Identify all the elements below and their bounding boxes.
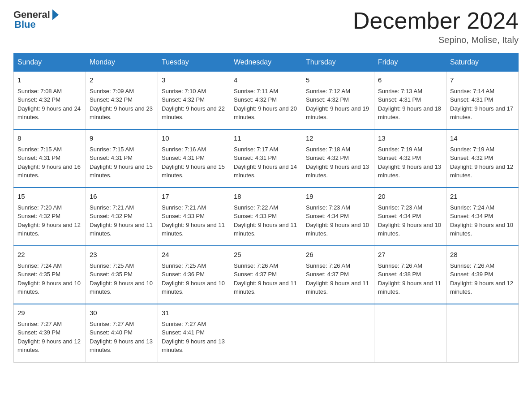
day-number: 26 <box>306 250 370 260</box>
logo: General Blue <box>13 9 59 30</box>
location: Sepino, Molise, Italy <box>353 35 519 45</box>
day-info: Sunrise: 7:25 AMSunset: 4:36 PMDaylight:… <box>162 261 226 296</box>
weekday-header-wednesday: Wednesday <box>230 54 302 72</box>
calendar-cell: 12Sunrise: 7:18 AMSunset: 4:32 PMDayligh… <box>302 129 374 188</box>
day-info: Sunrise: 7:21 AMSunset: 4:33 PMDaylight:… <box>162 203 226 238</box>
day-number: 27 <box>378 250 442 260</box>
day-number: 28 <box>450 250 515 260</box>
calendar-cell: 14Sunrise: 7:19 AMSunset: 4:32 PMDayligh… <box>446 129 519 188</box>
weekday-header-thursday: Thursday <box>302 54 374 72</box>
day-info: Sunrise: 7:26 AMSunset: 4:37 PMDaylight:… <box>306 261 370 296</box>
day-info: Sunrise: 7:24 AMSunset: 4:35 PMDaylight:… <box>17 261 82 296</box>
weekday-header-tuesday: Tuesday <box>158 54 230 72</box>
logo-arrow-icon <box>52 9 59 20</box>
day-number: 12 <box>306 133 370 144</box>
calendar-cell: 1Sunrise: 7:08 AMSunset: 4:32 PMDaylight… <box>14 71 86 129</box>
calendar-cell <box>374 304 446 362</box>
day-info: Sunrise: 7:19 AMSunset: 4:32 PMDaylight:… <box>450 145 515 180</box>
day-number: 2 <box>90 75 154 86</box>
day-number: 19 <box>306 192 370 202</box>
calendar-cell: 22Sunrise: 7:24 AMSunset: 4:35 PMDayligh… <box>14 246 86 304</box>
calendar-body: 1Sunrise: 7:08 AMSunset: 4:32 PMDaylight… <box>14 71 519 362</box>
day-info: Sunrise: 7:19 AMSunset: 4:32 PMDaylight:… <box>378 145 442 180</box>
day-info: Sunrise: 7:27 AMSunset: 4:41 PMDaylight:… <box>162 320 226 355</box>
day-number: 15 <box>17 192 82 202</box>
day-number: 9 <box>90 133 154 144</box>
calendar-week-row: 8Sunrise: 7:15 AMSunset: 4:31 PMDaylight… <box>14 129 519 188</box>
day-number: 23 <box>90 250 154 260</box>
calendar-cell <box>302 304 374 362</box>
calendar-cell: 17Sunrise: 7:21 AMSunset: 4:33 PMDayligh… <box>158 188 230 246</box>
calendar-cell: 8Sunrise: 7:15 AMSunset: 4:31 PMDaylight… <box>14 129 86 188</box>
calendar-cell: 11Sunrise: 7:17 AMSunset: 4:31 PMDayligh… <box>230 129 302 188</box>
day-number: 6 <box>378 75 442 86</box>
calendar-week-row: 22Sunrise: 7:24 AMSunset: 4:35 PMDayligh… <box>14 246 519 304</box>
day-info: Sunrise: 7:11 AMSunset: 4:32 PMDaylight:… <box>234 87 298 122</box>
day-info: Sunrise: 7:18 AMSunset: 4:32 PMDaylight:… <box>306 145 370 180</box>
day-info: Sunrise: 7:23 AMSunset: 4:34 PMDaylight:… <box>378 203 442 238</box>
calendar-cell: 13Sunrise: 7:19 AMSunset: 4:32 PMDayligh… <box>374 129 446 188</box>
logo-blue: Blue <box>14 19 36 30</box>
calendar-cell: 26Sunrise: 7:26 AMSunset: 4:37 PMDayligh… <box>302 246 374 304</box>
day-info: Sunrise: 7:14 AMSunset: 4:31 PMDaylight:… <box>450 87 515 122</box>
day-number: 17 <box>162 192 226 202</box>
calendar-week-row: 29Sunrise: 7:27 AMSunset: 4:39 PMDayligh… <box>14 304 519 362</box>
day-info: Sunrise: 7:26 AMSunset: 4:38 PMDaylight:… <box>378 261 442 296</box>
day-number: 13 <box>378 133 442 144</box>
weekday-header-row: SundayMondayTuesdayWednesdayThursdayFrid… <box>14 54 519 72</box>
calendar-cell: 5Sunrise: 7:12 AMSunset: 4:32 PMDaylight… <box>302 71 374 129</box>
day-info: Sunrise: 7:26 AMSunset: 4:39 PMDaylight:… <box>450 261 515 296</box>
calendar-cell: 19Sunrise: 7:23 AMSunset: 4:34 PMDayligh… <box>302 188 374 246</box>
day-info: Sunrise: 7:21 AMSunset: 4:32 PMDaylight:… <box>90 203 154 238</box>
day-number: 14 <box>450 133 515 144</box>
calendar-header: SundayMondayTuesdayWednesdayThursdayFrid… <box>14 54 519 72</box>
calendar-cell: 16Sunrise: 7:21 AMSunset: 4:32 PMDayligh… <box>86 188 158 246</box>
day-info: Sunrise: 7:25 AMSunset: 4:35 PMDaylight:… <box>90 261 154 296</box>
day-info: Sunrise: 7:13 AMSunset: 4:31 PMDaylight:… <box>378 87 442 122</box>
day-number: 10 <box>162 133 226 144</box>
day-info: Sunrise: 7:16 AMSunset: 4:31 PMDaylight:… <box>162 145 226 180</box>
day-info: Sunrise: 7:15 AMSunset: 4:31 PMDaylight:… <box>17 145 82 180</box>
day-number: 22 <box>17 250 82 260</box>
weekday-header-monday: Monday <box>86 54 158 72</box>
calendar-cell: 20Sunrise: 7:23 AMSunset: 4:34 PMDayligh… <box>374 188 446 246</box>
calendar-cell: 10Sunrise: 7:16 AMSunset: 4:31 PMDayligh… <box>158 129 230 188</box>
calendar-cell: 15Sunrise: 7:20 AMSunset: 4:32 PMDayligh… <box>14 188 86 246</box>
calendar-cell: 31Sunrise: 7:27 AMSunset: 4:41 PMDayligh… <box>158 304 230 362</box>
month-title: December 2024 <box>353 9 519 32</box>
calendar-cell: 29Sunrise: 7:27 AMSunset: 4:39 PMDayligh… <box>14 304 86 362</box>
day-number: 24 <box>162 250 226 260</box>
day-number: 8 <box>17 133 82 144</box>
calendar-week-row: 15Sunrise: 7:20 AMSunset: 4:32 PMDayligh… <box>14 188 519 246</box>
day-number: 11 <box>234 133 298 144</box>
day-number: 29 <box>17 308 82 318</box>
calendar-cell: 21Sunrise: 7:24 AMSunset: 4:34 PMDayligh… <box>446 188 519 246</box>
calendar-cell: 4Sunrise: 7:11 AMSunset: 4:32 PMDaylight… <box>230 71 302 129</box>
weekday-header-friday: Friday <box>374 54 446 72</box>
day-info: Sunrise: 7:24 AMSunset: 4:34 PMDaylight:… <box>450 203 515 238</box>
day-info: Sunrise: 7:20 AMSunset: 4:32 PMDaylight:… <box>17 203 82 238</box>
weekday-header-saturday: Saturday <box>446 54 519 72</box>
day-number: 18 <box>234 192 298 202</box>
title-area: December 2024 Sepino, Molise, Italy <box>353 9 519 45</box>
calendar-table: SundayMondayTuesdayWednesdayThursdayFrid… <box>13 53 519 363</box>
day-info: Sunrise: 7:09 AMSunset: 4:32 PMDaylight:… <box>90 87 154 122</box>
day-info: Sunrise: 7:15 AMSunset: 4:31 PMDaylight:… <box>90 145 154 180</box>
calendar-cell: 30Sunrise: 7:27 AMSunset: 4:40 PMDayligh… <box>86 304 158 362</box>
day-info: Sunrise: 7:10 AMSunset: 4:32 PMDaylight:… <box>162 87 226 122</box>
calendar-week-row: 1Sunrise: 7:08 AMSunset: 4:32 PMDaylight… <box>14 71 519 129</box>
calendar-cell <box>446 304 519 362</box>
calendar-cell: 7Sunrise: 7:14 AMSunset: 4:31 PMDaylight… <box>446 71 519 129</box>
page-header: General Blue December 2024 Sepino, Molis… <box>13 9 519 45</box>
calendar-cell: 28Sunrise: 7:26 AMSunset: 4:39 PMDayligh… <box>446 246 519 304</box>
calendar-cell: 9Sunrise: 7:15 AMSunset: 4:31 PMDaylight… <box>86 129 158 188</box>
day-number: 3 <box>162 75 226 86</box>
day-info: Sunrise: 7:17 AMSunset: 4:31 PMDaylight:… <box>234 145 298 180</box>
day-info: Sunrise: 7:22 AMSunset: 4:33 PMDaylight:… <box>234 203 298 238</box>
day-number: 21 <box>450 192 515 202</box>
day-info: Sunrise: 7:27 AMSunset: 4:39 PMDaylight:… <box>17 320 82 355</box>
calendar-cell: 24Sunrise: 7:25 AMSunset: 4:36 PMDayligh… <box>158 246 230 304</box>
day-number: 25 <box>234 250 298 260</box>
day-number: 30 <box>90 308 154 318</box>
day-info: Sunrise: 7:26 AMSunset: 4:37 PMDaylight:… <box>234 261 298 296</box>
